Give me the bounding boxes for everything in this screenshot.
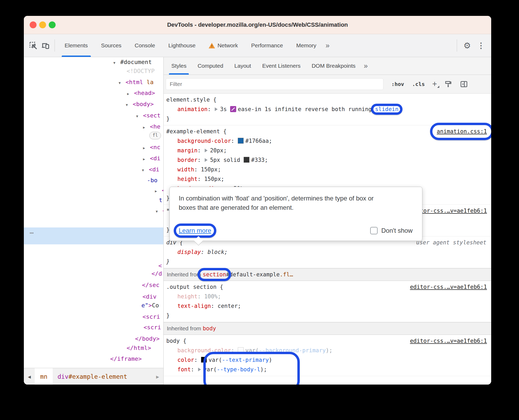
dom-tree-row[interactable]: ▼<html la	[119, 78, 154, 87]
tab-performance[interactable]: Performance	[244, 34, 289, 57]
tab-console[interactable]: Console	[128, 34, 162, 57]
dom-tree-row[interactable]: <scri	[144, 323, 161, 332]
dont-show-checkbox[interactable]	[370, 227, 378, 234]
toggle-pseudo-class-button[interactable]: :hov	[391, 81, 404, 87]
styles-filter-input[interactable]	[166, 78, 383, 90]
twisty-right-icon[interactable]: ▶	[143, 155, 150, 164]
css-declaration[interactable]: font: var(--type-body-l);	[164, 365, 491, 374]
twisty-down-icon[interactable]: ▼	[113, 58, 120, 67]
css-declaration[interactable]: background-color: #1766aa;	[164, 136, 491, 146]
dock-sidebar-icon[interactable]	[460, 80, 468, 88]
dom-tree-row[interactable]: ▶<di	[143, 154, 160, 163]
color-swatch[interactable]	[238, 347, 244, 353]
breadcrumb-item-prev[interactable]: mn	[35, 368, 53, 385]
minimize-window-button[interactable]	[39, 21, 46, 28]
color-swatch[interactable]	[244, 157, 249, 163]
tab-event-listeners[interactable]: Event Listeners	[257, 57, 306, 75]
css-value-link[interactable]: --text-primary	[222, 357, 269, 363]
rule-selector[interactable]: #example-element {	[166, 127, 227, 136]
color-swatch[interactable]	[201, 357, 207, 363]
breadcrumb-item-current[interactable]: div#example-element	[53, 373, 132, 380]
css-declaration[interactable]: display: block;	[164, 247, 491, 257]
tab-styles[interactable]: Styles	[166, 57, 192, 75]
dom-tree-row[interactable]: ▶<he	[143, 122, 160, 131]
breadcrumb-forward-icon[interactable]: ▶	[152, 374, 163, 380]
css-declaration[interactable]: background-color: var(--background-prima…	[164, 346, 491, 355]
dom-tree-row[interactable]: ▼<	[156, 206, 163, 215]
breadcrumb-back-icon[interactable]: ◀	[24, 374, 35, 380]
css-declaration[interactable]: margin: 20px;	[164, 146, 491, 155]
rule-selector[interactable]: body {	[166, 336, 186, 346]
css-value-link[interactable]: --background-primary	[259, 347, 326, 354]
css-value-link[interactable]: slidein	[375, 106, 399, 112]
dom-tree-row[interactable]: ▶<	[155, 186, 163, 195]
dom-tree-row[interactable]: ▼<sect	[136, 111, 160, 120]
tab-elements[interactable]: Elements	[58, 34, 95, 57]
css-declaration[interactable]: text-align: center;	[164, 301, 491, 311]
tab-memory[interactable]: Memory	[290, 34, 323, 57]
close-window-button[interactable]	[30, 21, 37, 28]
more-tabs-button[interactable]: »	[323, 42, 332, 50]
learn-more-link[interactable]: Learn more	[179, 227, 211, 234]
more-sidebar-tabs-button[interactable]: »	[361, 62, 370, 70]
expand-arrow-icon[interactable]	[205, 149, 208, 152]
dom-tree-row[interactable]: </sec	[142, 281, 159, 290]
tab-layout[interactable]: Layout	[229, 57, 257, 75]
dom-tree-row[interactable]: ▼#document	[113, 58, 152, 67]
header-selector-link[interactable]: section	[203, 271, 226, 278]
tab-network[interactable]: Network	[202, 34, 244, 57]
toggle-element-classes-button[interactable]: .cls	[412, 81, 425, 87]
dom-tree-row[interactable]: <	[158, 261, 162, 270]
expand-arrow-icon[interactable]	[198, 368, 201, 371]
twisty-down-icon[interactable]: ▼	[119, 79, 126, 88]
css-declaration[interactable]: color: var(--text-primary)	[164, 355, 491, 365]
css-declaration[interactable]: width: 150px;	[164, 165, 491, 174]
tab-dom-breakpoints[interactable]: DOM Breakpoints	[306, 57, 361, 75]
dom-tree-row[interactable]: ▶<head>	[127, 89, 155, 98]
tab-lighthouse[interactable]: Lighthouse	[162, 34, 202, 57]
header-selector-link[interactable]: #default-example	[226, 271, 280, 278]
css-declaration[interactable]: height: 100%;	[164, 292, 491, 301]
inspect-element-icon[interactable]	[27, 39, 39, 52]
css-declaration[interactable]: border: 5px solid #333;	[164, 155, 491, 165]
twisty-right-icon[interactable]: ▶	[127, 89, 134, 98]
stylesheet-source-link[interactable]: animation.css:1	[437, 127, 487, 136]
bezier-curve-icon[interactable]	[230, 106, 236, 112]
dom-tree-row[interactable]: ▼<body>	[126, 100, 154, 109]
dom-tree-row[interactable]: <!DOCTYP	[127, 67, 155, 76]
stylesheet-source-link[interactable]: editor-css.…v=ae1feb6:1	[410, 336, 487, 346]
expand-arrow-icon[interactable]	[205, 158, 208, 162]
dom-tree-row[interactable]: t	[159, 196, 162, 205]
more-options-icon[interactable]: ⋮	[474, 41, 488, 50]
tab-computed[interactable]: Computed	[192, 57, 229, 75]
rule-selector[interactable]: .output section {	[166, 282, 223, 292]
dom-tree-row[interactable]: ▼<di	[142, 165, 159, 174]
rendering-brush-icon[interactable]	[444, 80, 452, 88]
header-selector-link[interactable]: body	[203, 325, 216, 332]
twisty-right-icon[interactable]: ▶	[143, 123, 150, 132]
dom-tree-row[interactable]: </html>	[127, 344, 151, 353]
css-declaration[interactable]: animation: 3s ease-in 1s infinite revers…	[164, 104, 491, 114]
twisty-right-icon[interactable]: ▶	[155, 187, 162, 196]
twisty-down-icon[interactable]: ▼	[136, 112, 143, 121]
dom-tree-row[interactable]: ▶<nc	[143, 143, 160, 152]
dom-tree-row[interactable]: -bo	[147, 176, 158, 185]
stylesheet-source-link[interactable]: editor-css.…v=ae1feb6:1	[410, 282, 487, 292]
twisty-down-icon[interactable]: ▼	[156, 207, 163, 216]
dom-tree-row[interactable]: </d	[151, 269, 162, 278]
expand-arrow-icon[interactable]	[215, 107, 218, 111]
css-declaration[interactable]: height: 150px;	[164, 174, 491, 184]
twisty-down-icon[interactable]: ▼	[142, 166, 149, 175]
twisty-right-icon[interactable]: ▶	[143, 144, 150, 153]
new-style-rule-button[interactable]: +	[432, 79, 437, 89]
css-value-link[interactable]: --type-body-l	[217, 366, 260, 373]
color-swatch[interactable]	[238, 138, 244, 144]
dom-tree-row[interactable]: e">Co	[141, 301, 159, 310]
device-toolbar-icon[interactable]	[39, 39, 51, 52]
rule-selector[interactable]: element.style {	[166, 95, 217, 104]
zoom-window-button[interactable]	[49, 21, 56, 28]
header-selector-link[interactable]: .fl…	[280, 271, 293, 278]
dom-tree-row[interactable]: </iframe>	[110, 354, 142, 363]
dom-tree-row[interactable]: <div	[142, 292, 156, 301]
twisty-down-icon[interactable]: ▼	[126, 101, 133, 109]
